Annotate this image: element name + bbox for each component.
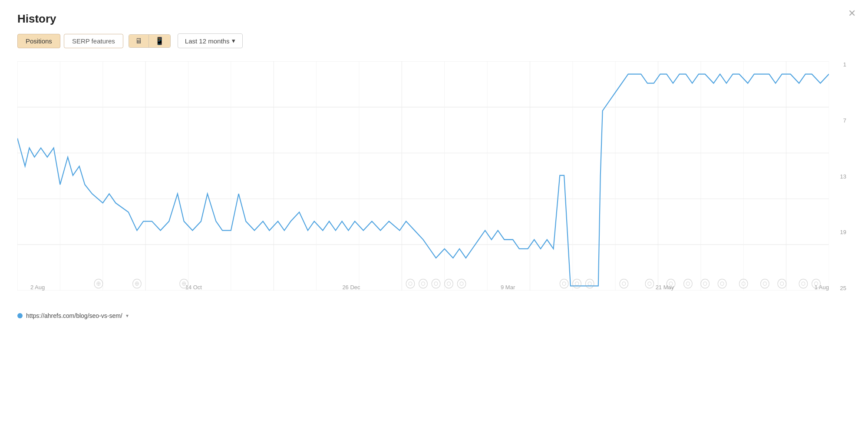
device-mobile-button[interactable]: 📱 (149, 35, 170, 47)
legend-dot (17, 313, 23, 318)
chart-container: 1 7 13 19 25 2 Aug 14 Oct 26 Dec 9 Mar 2… (17, 61, 851, 304)
x-label-may21: 21 May (656, 284, 674, 291)
chart-area (17, 61, 829, 291)
legend-url[interactable]: https://ahrefs.com/blog/seo-vs-sem/ (26, 312, 122, 319)
page-title: History (17, 12, 851, 26)
period-arrow: ▾ (232, 37, 235, 45)
device-desktop-button[interactable]: 🖥 (129, 35, 149, 47)
y-label-25: 25 (840, 285, 846, 291)
y-label-7: 7 (840, 117, 846, 124)
tab-serp-features[interactable]: SERP features (64, 34, 123, 48)
y-axis: 1 7 13 19 25 (840, 61, 846, 304)
device-group: 🖥 📱 (129, 34, 171, 48)
tab-positions[interactable]: Positions (17, 34, 60, 48)
y-label-1: 1 (840, 61, 846, 68)
y-label-19: 19 (840, 229, 846, 235)
x-label-mar9: 9 Mar (501, 284, 515, 291)
period-selector[interactable]: Last 12 months ▾ (178, 33, 243, 48)
x-label-oct14: 14 Oct (185, 284, 202, 291)
x-label-dec26: 26 Dec (342, 284, 360, 291)
close-button[interactable]: ✕ (848, 9, 856, 18)
period-label: Last 12 months (185, 37, 230, 45)
x-label-aug2: 2 Aug (30, 284, 45, 291)
legend: https://ahrefs.com/blog/seo-vs-sem/ ▾ (17, 312, 851, 319)
toolbar: Positions SERP features 🖥 📱 Last 12 mont… (17, 33, 851, 48)
x-axis: 2 Aug 14 Oct 26 Dec 9 Mar 21 May 1 Aug (30, 284, 829, 291)
y-label-13: 13 (840, 173, 846, 180)
legend-arrow[interactable]: ▾ (126, 313, 129, 319)
x-label-aug1: 1 Aug (815, 284, 829, 291)
